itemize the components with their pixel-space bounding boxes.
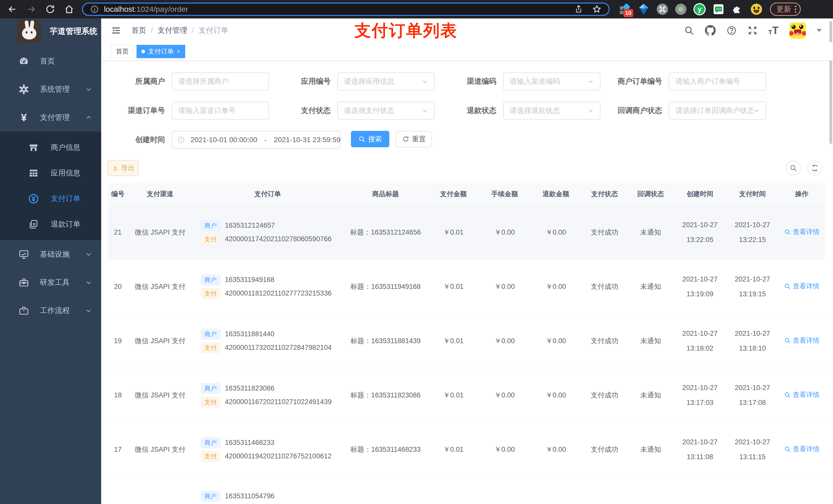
monitor-icon	[18, 249, 30, 260]
window-scrollbar[interactable]	[829, 21, 832, 144]
app-title: 芋道管理系统	[50, 26, 97, 37]
cell-notify: 未通知	[627, 205, 674, 259]
extension-command-icon[interactable]	[657, 4, 668, 15]
cell-created: 2021-10-27 13:18:02	[674, 314, 726, 368]
breadcrumb-home[interactable]: 首页	[132, 25, 146, 35]
pay-status-select[interactable]: 请选择支付状态	[337, 102, 435, 120]
cell-title: 标题：1635312124656	[343, 205, 428, 259]
merchant-input[interactable]	[172, 72, 269, 90]
tags-view-bar: 首页 支付订单 ×	[101, 42, 833, 61]
extension-dot-icon[interactable]	[675, 4, 687, 15]
cell-title: 标题：1635311949168	[343, 259, 428, 314]
chevron-down-icon	[753, 107, 760, 114]
view-detail-link[interactable]: 查看详情	[784, 282, 819, 291]
sidebar-item-system[interactable]: 系统管理	[0, 75, 101, 103]
view-detail-link[interactable]: 查看详情	[784, 445, 819, 454]
browser-menu-icon[interactable]	[795, 6, 796, 13]
channel-order-no-input[interactable]	[172, 102, 269, 120]
tab-pay-order[interactable]: 支付订单 ×	[137, 45, 185, 58]
export-button[interactable]: 导出	[108, 160, 139, 176]
sidebar-item-pay-order[interactable]: 支付订单	[0, 186, 101, 212]
browser-update-button[interactable]: 更新	[770, 3, 801, 16]
sidebar-item-merchant-info[interactable]: 商户信息	[0, 135, 101, 160]
chevron-down-icon	[85, 279, 92, 286]
cell-channel: 微信 JSAPI 支付	[128, 368, 192, 422]
browser-home-button[interactable]	[64, 4, 74, 14]
chevron-down-icon	[588, 78, 594, 85]
sidebar-item-infrastructure[interactable]: 基础设施	[0, 240, 101, 268]
app-logo[interactable]: 芋道管理系统	[0, 19, 101, 44]
site-info-icon[interactable]	[90, 5, 99, 14]
user-avatar[interactable]	[789, 22, 806, 39]
table-row: 19 微信 JSAPI 支付 商户 1635311881440 支付 42000…	[108, 314, 825, 368]
reset-button[interactable]: 重置	[396, 131, 432, 147]
search-icon[interactable]	[684, 25, 694, 35]
sidebar-item-home[interactable]: 首页	[0, 47, 101, 75]
extensions-puzzle-icon[interactable]	[732, 3, 743, 15]
sidebar-item-dev-tools[interactable]: 研发工具	[0, 268, 101, 296]
view-detail-link[interactable]: 查看详情	[784, 336, 819, 345]
create-time-range-picker[interactable]: 2021-10-01 00:00:00 - 2021-10-31 23:59:5…	[172, 131, 341, 149]
tab-close-icon[interactable]: ×	[177, 48, 180, 55]
cell-notify: 未通知	[627, 314, 674, 368]
cell-status: 支付成功	[581, 205, 627, 259]
avatar-dropdown-icon[interactable]	[817, 29, 822, 32]
share-icon[interactable]	[574, 5, 583, 14]
breadcrumb: 首页 / 支付管理 / 支付订单	[132, 25, 228, 35]
tab-home[interactable]: 首页	[111, 45, 134, 58]
toggle-search-button[interactable]	[786, 161, 801, 175]
cell-action: 查看详情	[779, 259, 825, 314]
pay-tag: 支付	[201, 397, 220, 407]
chevron-up-icon	[85, 114, 92, 121]
cell-id: 19	[108, 314, 128, 368]
extension-y-icon[interactable]: y	[694, 3, 706, 15]
browser-reload-button[interactable]	[45, 4, 55, 14]
sidebar-item-app-info[interactable]: 应用信息	[0, 160, 101, 186]
fullscreen-icon[interactable]	[747, 25, 758, 35]
logo-rabbit-image	[18, 20, 41, 43]
dashboard-icon	[18, 56, 30, 67]
merchant-order-no-input[interactable]	[669, 72, 766, 90]
bookmark-star-icon[interactable]	[592, 5, 601, 14]
cell-refund: ￥0.00	[530, 368, 581, 422]
breadcrumb-payment[interactable]: 支付管理	[158, 25, 187, 35]
grid-icon	[28, 168, 40, 178]
extension-chat-icon[interactable]	[713, 3, 724, 15]
help-icon[interactable]	[727, 25, 737, 35]
github-icon[interactable]	[705, 25, 716, 36]
browser-chrome: localhost:1024/pay/order 10 y	[0, 0, 833, 19]
cell-fee: ￥0.00	[479, 368, 530, 422]
extension-diamond-icon[interactable]: 10	[619, 3, 630, 15]
refresh-button[interactable]	[807, 161, 822, 175]
sidebar-item-workflow[interactable]: 工作流程	[0, 296, 101, 325]
cell-paid: 2021-10-27 13:17:08	[726, 368, 779, 422]
cell-pay-order: 商户 1635311949168 支付 42000011812021102777…	[192, 259, 343, 314]
cell-notify: 未通知	[627, 368, 674, 422]
browser-back-button[interactable]	[7, 4, 18, 14]
profile-emoji-icon[interactable]	[751, 3, 762, 15]
address-bar[interactable]: localhost:1024/pay/order	[82, 3, 610, 16]
table-row: 20 微信 JSAPI 支付 商户 1635311949168 支付 42000…	[108, 259, 825, 314]
search-button[interactable]: 搜索	[351, 131, 389, 147]
font-size-icon[interactable]: тT	[768, 25, 779, 36]
cell-amount: ￥0.01	[428, 259, 479, 314]
toolbox-icon	[18, 277, 30, 288]
extension-kite-icon[interactable]	[638, 3, 649, 15]
sidebar-item-payment[interactable]: ¥ 支付管理	[0, 103, 101, 131]
view-detail-link[interactable]: 查看详情	[784, 227, 819, 236]
payment-submenu: 商户信息 应用信息 支付订单	[0, 131, 101, 240]
channel-code-select[interactable]: 请输入渠道编码	[503, 72, 600, 90]
refund-status-select[interactable]: 请选择退款状态	[503, 102, 600, 120]
cell-pay-order: 商户 1635311881440 支付 42000011732021102728…	[192, 314, 343, 368]
callback-status-select[interactable]: 请选择订单回调商户状态	[669, 102, 766, 120]
cell-refund: ￥0.00	[530, 259, 581, 314]
browser-forward-button[interactable]	[26, 4, 37, 14]
cell-status: 支付成功	[581, 422, 627, 477]
app-select[interactable]: 请选择应用信息	[337, 72, 435, 90]
sidebar: 芋道管理系统 首页 系统管理 ¥ 支付管理	[0, 19, 101, 504]
sidebar-collapse-icon[interactable]	[111, 25, 121, 35]
table-row: 17 微信 JSAPI 支付 商户 1635311468233 支付 42000…	[108, 422, 825, 477]
sidebar-item-refund-order[interactable]: 退款订单	[0, 212, 101, 237]
chevron-down-icon	[85, 86, 92, 93]
view-detail-link[interactable]: 查看详情	[784, 390, 819, 399]
